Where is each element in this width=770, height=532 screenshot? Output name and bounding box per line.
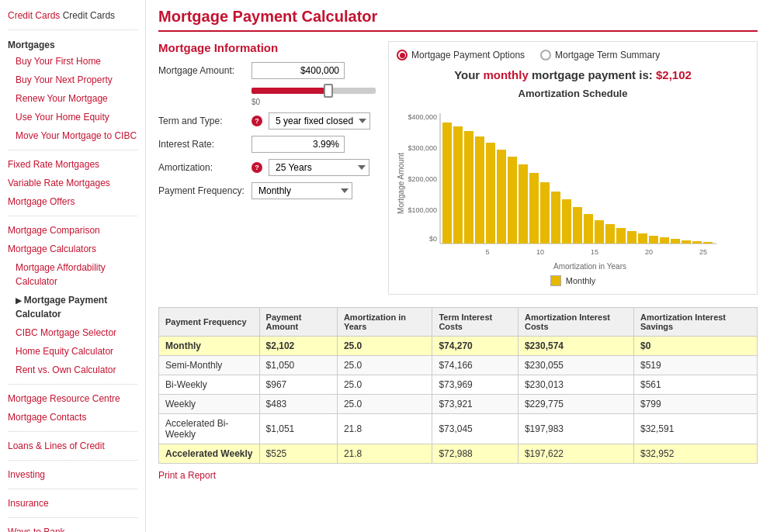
- term-type-label: Term and Type:: [158, 116, 251, 126]
- th-amort-years: Amortization in Years: [337, 308, 432, 337]
- table-row: Weekly$48325.0$73,921$229,775$799: [159, 395, 758, 414]
- svg-rect-16: [540, 182, 550, 244]
- sidebar-item-mortgage-offers[interactable]: Mortgage Offers: [0, 192, 145, 211]
- table-row: Bi-Weekly$96725.0$73,969$230,013$561: [159, 375, 758, 395]
- sidebar-item-buy-first-home[interactable]: Buy Your First Home: [0, 52, 145, 71]
- sidebar-item-buy-next-property[interactable]: Buy Your Next Property: [0, 71, 145, 89]
- svg-rect-10: [475, 136, 484, 244]
- svg-rect-26: [649, 236, 658, 244]
- chart-panel: Mortgage Payment Options Mortgage Term S…: [388, 41, 758, 295]
- svg-rect-20: [584, 214, 593, 244]
- svg-rect-8: [453, 126, 463, 244]
- svg-rect-22: [605, 224, 615, 244]
- svg-text:$400,000: $400,000: [408, 113, 437, 121]
- svg-rect-25: [638, 233, 647, 244]
- payment-headline: Your monthly mortgage payment is: $2,102: [397, 68, 749, 81]
- mortgage-info-title: Mortgage Information: [158, 41, 376, 54]
- sidebar: Credit Cards Credit Cards Mortgages Buy …: [0, 0, 146, 532]
- amort-chart-svg: $400,000 $300,000 $200,000 $100,000 $0: [408, 105, 718, 261]
- payment-freq-select[interactable]: Monthly: [251, 182, 352, 199]
- svg-text:10: 10: [536, 248, 544, 256]
- svg-text:5: 5: [485, 248, 489, 256]
- amort-help-icon[interactable]: ?: [251, 162, 262, 173]
- sidebar-item-payment-calc[interactable]: Mortgage Payment Calculator: [0, 291, 145, 323]
- legend-label-monthly: Monthly: [566, 276, 596, 285]
- amortization-label: Amortization:: [158, 162, 251, 173]
- svg-rect-11: [486, 143, 495, 244]
- term-type-row: Term and Type: ? 5 year fixed closed: [158, 112, 376, 130]
- radio-term-summary[interactable]: Mortgage Term Summary: [540, 50, 660, 60]
- svg-rect-21: [595, 220, 604, 244]
- th-payment-frequency: Payment Frequency: [159, 308, 260, 337]
- svg-text:$100,000: $100,000: [408, 206, 437, 214]
- sidebar-item-mortgage-comparison[interactable]: Mortgage Comparison: [0, 221, 145, 240]
- chart-title: Amortization Schedule: [397, 88, 749, 99]
- svg-rect-15: [529, 173, 539, 244]
- radio-payment-options[interactable]: Mortgage Payment Options: [397, 50, 525, 60]
- sidebar-item-use-home-equity[interactable]: Use Your Home Equity: [0, 108, 145, 126]
- sidebar-item-investing[interactable]: Investing: [0, 465, 145, 484]
- svg-rect-29: [682, 240, 691, 244]
- payment-table: Payment Frequency Payment Amount Amortiz…: [158, 307, 758, 464]
- mortgage-slider[interactable]: [251, 85, 376, 96]
- radio-term-label: Mortgage Term Summary: [555, 50, 660, 60]
- amortization-row: Amortization: ? 25 Years: [158, 159, 376, 176]
- radio-payment-circle: [397, 50, 408, 60]
- radio-options: Mortgage Payment Options Mortgage Term S…: [397, 50, 749, 60]
- sidebar-item-loans-lines[interactable]: Loans & Lines of Credit: [0, 437, 145, 455]
- sidebar-item-insurance[interactable]: Insurance: [0, 494, 145, 513]
- legend-box-monthly: [550, 275, 561, 286]
- term-type-select[interactable]: 5 year fixed closed: [269, 112, 370, 130]
- svg-text:$0: $0: [429, 235, 437, 243]
- table-row: Semi-Monthly$1,05025.0$74,166$230,055$51…: [159, 356, 758, 375]
- sidebar-item-resource-centre[interactable]: Mortgage Resource Centre: [0, 389, 145, 408]
- mortgage-slider-container: $0 $1,000,000: [251, 85, 376, 106]
- svg-rect-24: [627, 231, 636, 244]
- x-axis-label: Amortization in Years: [431, 262, 749, 271]
- svg-rect-31: [703, 242, 713, 244]
- svg-rect-9: [464, 131, 473, 244]
- mortgage-amount-input[interactable]: [251, 62, 345, 79]
- sidebar-item-cibc-selector[interactable]: CIBC Mortgage Selector: [0, 323, 145, 342]
- svg-rect-27: [660, 237, 669, 244]
- th-interest-savings: Amortization Interest Savings: [634, 308, 758, 337]
- sidebar-item-fixed-rate[interactable]: Fixed Rate Mortgages: [0, 155, 145, 174]
- svg-rect-28: [671, 239, 680, 244]
- interest-rate-input[interactable]: [251, 136, 345, 153]
- sidebar-item-move-mortgage[interactable]: Move Your Mortgage to CIBC: [0, 126, 145, 145]
- sidebar-item-credit-cards[interactable]: Credit Cards Credit Cards: [0, 6, 145, 25]
- sidebar-item-renew-mortgage[interactable]: Renew Your Mortgage: [0, 89, 145, 108]
- mortgage-amount-label: Mortgage Amount:: [158, 65, 251, 76]
- payment-freq-row: Payment Frequency: Monthly: [158, 182, 376, 199]
- headline-highlight: monthly: [483, 68, 528, 81]
- svg-text:15: 15: [591, 248, 598, 256]
- main-content: Mortgage Payment Calculator Mortgage Inf…: [146, 0, 770, 532]
- sidebar-item-affordability-calc[interactable]: Mortgage Affordability Calculator: [0, 258, 145, 291]
- sidebar-item-mortgage-contacts[interactable]: Mortgage Contacts: [0, 408, 145, 427]
- svg-rect-19: [573, 207, 582, 244]
- amortization-select[interactable]: 25 Years: [269, 159, 369, 176]
- svg-text:25: 25: [699, 248, 707, 256]
- term-help-icon[interactable]: ?: [251, 116, 262, 126]
- svg-rect-30: [692, 241, 702, 244]
- headline-middle: mortgage payment is:: [532, 68, 653, 81]
- sidebar-item-rent-vs-own[interactable]: Rent vs. Own Calculator: [0, 361, 145, 379]
- radio-payment-label: Mortgage Payment Options: [411, 50, 525, 60]
- headline-prefix: Your: [454, 68, 480, 81]
- table-row: Accelerated Weekly$52521.8$72,988$197,62…: [159, 444, 758, 464]
- th-term-interest: Term Interest Costs: [432, 308, 519, 337]
- print-report-link[interactable]: Print a Report: [158, 470, 758, 481]
- sidebar-item-home-equity-calc[interactable]: Home Equity Calculator: [0, 342, 145, 361]
- y-axis-label: Mortgage Amount: [397, 153, 405, 214]
- th-payment-amount: Payment Amount: [259, 308, 337, 337]
- mortgage-amount-row: Mortgage Amount:: [158, 62, 376, 79]
- radio-term-circle: [540, 50, 551, 60]
- chart-legend: Monthly: [397, 275, 749, 286]
- svg-rect-23: [616, 228, 626, 244]
- sidebar-item-variable-rate[interactable]: Variable Rate Mortgages: [0, 174, 145, 192]
- mortgage-info-panel: Mortgage Information Mortgage Amount:: [158, 41, 376, 295]
- svg-rect-12: [497, 150, 506, 244]
- svg-text:$200,000: $200,000: [408, 175, 437, 183]
- sidebar-item-ways-to-bank[interactable]: Ways to Bank: [0, 523, 145, 532]
- sidebar-item-mortgage-calculators[interactable]: Mortgage Calculators: [0, 240, 145, 258]
